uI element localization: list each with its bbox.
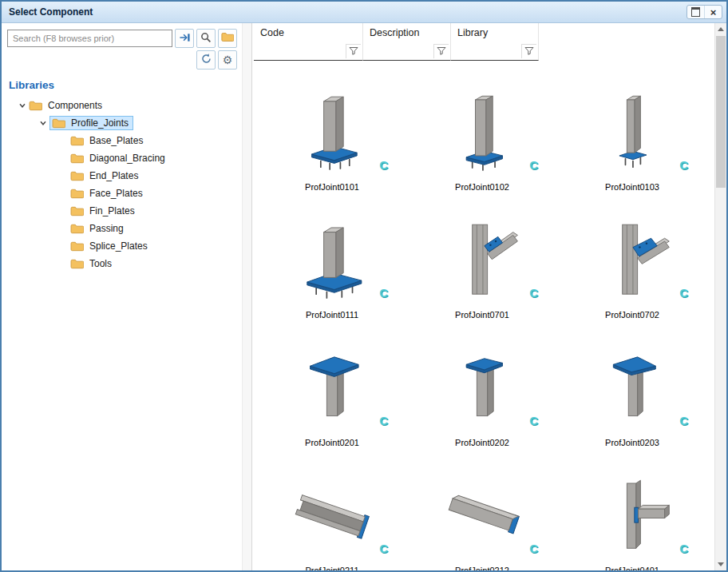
component-tile[interactable]: C ProfJoint0101: [257, 69, 407, 197]
column-header-library[interactable]: Library: [451, 23, 539, 61]
window-controls: ×: [686, 5, 722, 19]
tekla-c-logo-icon: C: [679, 287, 688, 299]
chevron-down-icon[interactable]: [15, 101, 29, 109]
gear-icon: ⚙: [223, 54, 233, 66]
filter-button-library[interactable]: [521, 44, 536, 58]
tekla-c-logo-icon: C: [529, 159, 538, 171]
component-thumbnail: [291, 88, 374, 181]
tree-item-tools[interactable]: Tools: [7, 255, 239, 272]
tree-item-label: Face_Plates: [89, 188, 143, 199]
tree-item-label: Components: [48, 100, 102, 111]
component-thumbnail: [441, 216, 524, 308]
panel-toolbar: ⚙: [7, 50, 237, 70]
component-thumbnail: [441, 471, 524, 564]
enter-arrow-icon: [179, 32, 191, 46]
component-thumbnail: [291, 471, 374, 564]
folder-icon: [70, 170, 85, 181]
header-filler: [539, 23, 715, 61]
tree-item-label: Profile_Joints: [71, 117, 129, 129]
component-tile[interactable]: C ProfJoint0102: [407, 69, 557, 197]
component-name: ProfJoint0102: [455, 182, 509, 192]
tree-item-face-plates[interactable]: Face_Plates: [7, 185, 239, 202]
tekla-c-logo-icon: C: [679, 542, 688, 554]
component-name: ProfJoint0202: [455, 438, 509, 447]
component-thumbnail: [291, 344, 374, 436]
float-window-button[interactable]: [687, 6, 704, 18]
title-bar[interactable]: Select Component ×: [2, 2, 726, 23]
component-tile[interactable]: C ProfJoint0401: [557, 452, 707, 570]
close-icon: ×: [710, 7, 717, 18]
tree-item-label: Splice_Plates: [89, 240, 148, 252]
component-tile[interactable]: C ProfJoint0111: [257, 197, 407, 324]
component-tile[interactable]: C ProfJoint0203: [557, 324, 707, 452]
component-name: ProfJoint0101: [305, 182, 359, 192]
folder-icon: [29, 100, 43, 111]
tree-item-base-plates[interactable]: Base_Plates: [7, 132, 239, 149]
filter-funnel-icon: [524, 46, 534, 55]
search-go-button[interactable]: [175, 29, 194, 48]
component-thumbnail: [591, 344, 674, 436]
search-input[interactable]: [7, 30, 172, 47]
column-header-code[interactable]: Code: [254, 23, 363, 61]
refresh-button[interactable]: [196, 50, 216, 70]
component-tile[interactable]: C ProfJoint0702: [557, 197, 707, 324]
vertical-scrollbar[interactable]: [714, 23, 726, 570]
folder-icon: [70, 240, 85, 252]
scroll-down-button[interactable]: [715, 558, 726, 570]
component-name: ProfJoint0702: [605, 310, 659, 320]
window-title: Select Component: [9, 6, 686, 18]
tree-item-components[interactable]: Components: [7, 97, 239, 114]
component-tile[interactable]: C ProfJoint0212: [407, 452, 557, 570]
folder-icon: [70, 188, 85, 199]
component-name: ProfJoint0201: [305, 438, 359, 447]
tree-item-diagonal-bracing[interactable]: Diagonal_Bracing: [7, 149, 239, 167]
column-header-label: Library: [457, 27, 488, 38]
filter-button-description[interactable]: [433, 44, 449, 58]
scrollbar-thumb[interactable]: [716, 36, 726, 188]
tree-item-label: Fin_Plates: [89, 205, 135, 216]
folder-icon: [70, 135, 85, 146]
filter-funnel-icon: [437, 46, 446, 55]
component-tile[interactable]: C ProfJoint0202: [407, 324, 557, 452]
component-tile[interactable]: C ProfJoint0211: [257, 452, 407, 570]
tree-item-passing[interactable]: Passing: [7, 220, 239, 237]
tekla-c-logo-icon: C: [529, 415, 538, 427]
tree-item-label: End_Plates: [89, 170, 138, 181]
folder-icon: [221, 32, 234, 45]
advanced-search-button[interactable]: [196, 29, 216, 48]
selected-highlight: Profile_Joints: [49, 116, 133, 130]
tree-item-splice-plates[interactable]: Splice_Plates: [7, 237, 239, 255]
filter-button-code[interactable]: [346, 44, 361, 58]
tree-item-profile-joints[interactable]: Profile_Joints: [7, 114, 239, 132]
component-name: ProfJoint0401: [605, 566, 659, 570]
refresh-icon: [200, 53, 212, 67]
tekla-c-logo-icon: C: [379, 287, 388, 299]
left-panel-scrollbar[interactable]: [242, 23, 251, 570]
component-name: ProfJoint0211: [305, 566, 358, 570]
float-window-icon: [691, 7, 700, 17]
folder-icon: [52, 117, 66, 129]
close-button[interactable]: ×: [704, 6, 722, 18]
tree-item-label: Passing: [89, 223, 124, 234]
tree-item-label: Diagonal_Bracing: [89, 153, 165, 164]
component-tile[interactable]: C ProfJoint0701: [407, 197, 557, 324]
scroll-up-button[interactable]: [715, 23, 726, 35]
tree-item-label: Base_Plates: [89, 135, 143, 146]
column-header-label: Description: [370, 27, 420, 38]
component-name: ProfJoint0111: [306, 310, 358, 320]
tekla-c-logo-icon: C: [379, 542, 388, 554]
libraries-heading: Libraries: [9, 79, 247, 91]
column-header-description[interactable]: Description: [363, 23, 451, 61]
tree-item-fin-plates[interactable]: Fin_Plates: [7, 202, 239, 220]
component-tile[interactable]: C ProfJoint0201: [257, 324, 407, 452]
library-panel: ⚙ Libraries Components: [2, 23, 252, 570]
component-tile[interactable]: C ProfJoint0103: [557, 69, 707, 197]
tekla-c-logo-icon: C: [529, 287, 538, 299]
chevron-down-icon[interactable]: [36, 119, 49, 127]
folder-icon: [70, 153, 85, 164]
tree-item-end-plates[interactable]: End_Plates: [7, 167, 239, 185]
settings-button[interactable]: ⚙: [218, 50, 237, 70]
browse-folder-button[interactable]: [218, 29, 237, 48]
filter-funnel-icon: [349, 46, 358, 55]
component-thumbnail: [591, 216, 674, 308]
